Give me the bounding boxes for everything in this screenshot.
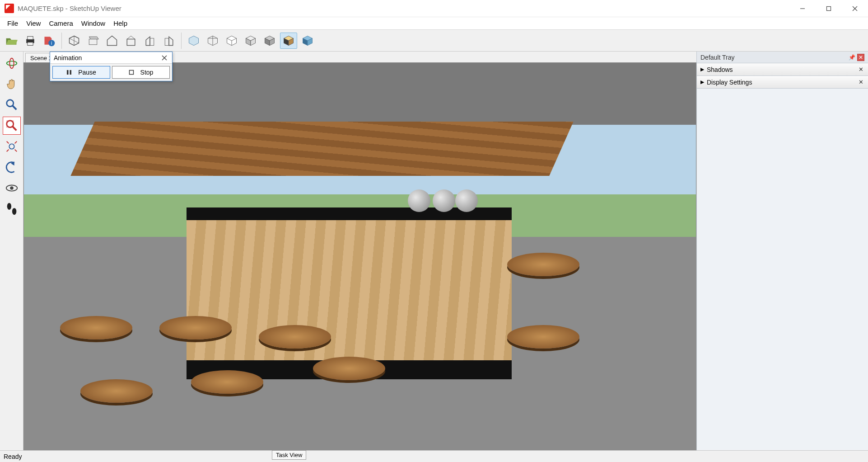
statusbar: Ready Task View — [0, 450, 868, 462]
animation-panel-body: Pause Stop — [50, 64, 172, 81]
svg-marker-14 — [107, 36, 117, 45]
animation-panel-title: Animation — [54, 54, 82, 61]
window-minimize-button[interactable] — [789, 0, 816, 17]
tray-panel-label: Shadows — [707, 66, 854, 73]
scene-content — [24, 63, 696, 450]
svg-text:i: i — [51, 40, 52, 45]
iso-view-icon[interactable] — [65, 33, 83, 49]
svg-marker-21 — [189, 36, 199, 45]
shaded-textures-icon[interactable] — [280, 33, 297, 49]
zoom-extents-tool-icon[interactable] — [3, 137, 21, 156]
tray-panel-display-settings[interactable]: ▶ Display Settings ✕ — [697, 76, 868, 89]
status-text: Ready — [4, 453, 22, 460]
left-toolbar — [0, 52, 23, 450]
monochrome-icon[interactable] — [261, 33, 278, 49]
scene-table — [259, 325, 331, 349]
look-around-tool-icon[interactable] — [3, 179, 21, 197]
xray-icon[interactable] — [185, 33, 202, 49]
animation-panel-close-button[interactable] — [160, 54, 168, 62]
tray-panel-label: Display Settings — [707, 79, 854, 86]
chevron-right-icon: ▶ — [700, 79, 704, 85]
zoom-window-tool-icon[interactable] — [3, 117, 21, 135]
svg-point-43 — [6, 100, 13, 107]
svg-rect-6 — [28, 42, 33, 45]
svg-rect-57 — [70, 70, 72, 75]
shaded-icon[interactable] — [242, 33, 259, 49]
svg-marker-16 — [127, 36, 135, 39]
animation-stop-button[interactable]: Stop — [112, 66, 170, 79]
previous-view-tool-icon[interactable] — [3, 158, 21, 176]
back-view-icon[interactable] — [122, 33, 140, 49]
menu-camera[interactable]: Camera — [45, 19, 76, 28]
print-icon[interactable] — [22, 33, 39, 49]
svg-rect-18 — [150, 38, 154, 45]
orbit-tool-icon[interactable] — [3, 54, 21, 72]
front-view-icon[interactable] — [103, 33, 121, 49]
svg-rect-19 — [165, 38, 169, 45]
tray-close-button[interactable]: ✕ — [857, 54, 864, 61]
scene-ceiling — [70, 122, 573, 176]
menu-window[interactable]: Window — [78, 19, 109, 28]
scene-counter — [187, 207, 512, 375]
right-view-icon[interactable] — [160, 33, 177, 49]
menu-view[interactable]: View — [23, 19, 44, 28]
svg-rect-13 — [89, 39, 97, 44]
tray-titlebar[interactable]: Default Tray 📌 ✕ — [697, 52, 868, 63]
menu-file[interactable]: File — [4, 19, 22, 28]
tray-panel-close-button[interactable]: ✕ — [857, 79, 864, 86]
svg-rect-15 — [127, 39, 135, 45]
main-row: Scene 1 Scene 2 Scene 3 — [0, 52, 868, 450]
hiddenline-icon[interactable] — [223, 33, 240, 49]
scene-table — [507, 253, 579, 276]
animation-stop-label: Stop — [140, 69, 154, 76]
scene-lamp — [433, 189, 455, 212]
viewport-3d[interactable] — [23, 62, 696, 450]
scene-lamp — [408, 189, 430, 212]
svg-point-42 — [9, 58, 14, 69]
default-tray: Default Tray 📌 ✕ ▶ Shadows ✕ ▶ Display S… — [696, 52, 868, 450]
titlebar: MAQUETE.skp - SketchUp Viewer — [0, 0, 868, 17]
top-view-icon[interactable] — [84, 33, 102, 49]
scene-lamp — [455, 189, 478, 212]
menu-help[interactable]: Help — [110, 19, 131, 28]
svg-point-45 — [6, 121, 13, 127]
scene-table — [60, 316, 132, 339]
scene-table — [191, 370, 263, 394]
tray-panel-close-button[interactable]: ✕ — [857, 66, 864, 73]
scene-table — [313, 357, 385, 380]
animation-panel[interactable]: Animation Pause Stop — [50, 52, 173, 81]
pan-tool-icon[interactable] — [3, 75, 21, 93]
svg-marker-20 — [169, 37, 173, 45]
wireframe-icon[interactable] — [204, 33, 221, 49]
window-close-button[interactable] — [842, 0, 868, 17]
animation-pause-button[interactable]: Pause — [52, 66, 110, 79]
model-info-icon[interactable]: i — [41, 33, 58, 49]
tray-pin-button[interactable]: 📌 — [848, 54, 855, 61]
taskview-tooltip: Task View — [272, 450, 306, 460]
svg-point-41 — [6, 61, 17, 65]
scene-table — [159, 316, 232, 339]
svg-point-51 — [10, 186, 14, 190]
open-file-icon[interactable] — [3, 33, 20, 49]
svg-line-44 — [12, 106, 16, 109]
svg-point-52 — [7, 203, 11, 210]
chevron-right-icon: ▶ — [700, 66, 704, 72]
svg-point-53 — [12, 208, 16, 215]
svg-point-48 — [9, 144, 14, 149]
window-maximize-button[interactable] — [816, 0, 842, 17]
menubar: File View Camera Window Help — [0, 17, 868, 30]
left-view-icon[interactable] — [141, 33, 159, 49]
animation-pause-label: Pause — [78, 69, 96, 76]
animation-panel-header[interactable]: Animation — [50, 52, 172, 64]
svg-marker-17 — [146, 37, 150, 45]
svg-line-46 — [12, 127, 16, 130]
tray-title-label: Default Tray — [700, 54, 734, 61]
shaded-textures-alt-icon[interactable] — [299, 33, 316, 49]
svg-rect-58 — [129, 71, 133, 75]
top-toolbar: i — [0, 30, 868, 52]
walk-tool-icon[interactable] — [3, 200, 21, 218]
svg-rect-1 — [827, 6, 831, 10]
tray-panel-shadows[interactable]: ▶ Shadows ✕ — [697, 63, 868, 76]
zoom-tool-icon[interactable] — [3, 96, 21, 114]
scene-table — [80, 379, 153, 403]
